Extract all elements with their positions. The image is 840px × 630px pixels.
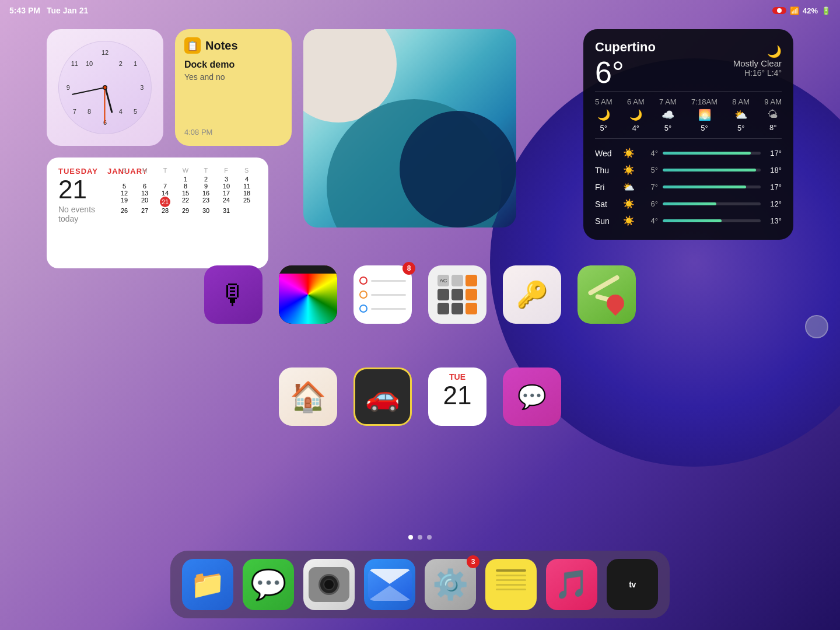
app-speakout[interactable]: 💬: [503, 368, 561, 426]
dock-app-notes[interactable]: [485, 559, 537, 610]
notes-note-title: Dock demo: [184, 60, 282, 70]
weather-temp: 6°: [595, 57, 656, 88]
podcasts-icon: 🎙: [219, 279, 247, 311]
clock-11: 11: [71, 60, 78, 67]
record-dot: [777, 8, 782, 13]
sat-bar: [663, 202, 716, 205]
cal-icon-day: 21: [443, 382, 472, 410]
app-colormeter[interactable]: [279, 265, 337, 324]
cal-grid: S M T W T F S 1234 567 891011 121314 151…: [114, 167, 257, 259]
calendar-widget[interactable]: TUESDAY JANUARY 21 No events today S M T…: [47, 158, 268, 268]
dock-app-music[interactable]: 🎵: [546, 559, 597, 610]
app-calendar-icon[interactable]: TUE 21: [428, 368, 487, 426]
weather-hour-5: 9 AM 🌤 8°: [764, 97, 782, 132]
app-home[interactable]: 🏠: [279, 368, 337, 426]
app-car-game[interactable]: 🚗: [354, 368, 412, 426]
clock-5: 5: [134, 108, 137, 115]
clock-7: 7: [73, 108, 76, 115]
notes-header: 📋 Notes: [184, 37, 282, 54]
clock-center-red: [104, 86, 107, 89]
page-dot-3[interactable]: [427, 535, 432, 540]
assistive-touch[interactable]: [805, 315, 828, 338]
files-icon: 📁: [190, 568, 225, 601]
weather-day-wed: Wed ☀️ 4° 17°: [595, 145, 782, 162]
weather-hour-2: 6 AM 🌙 4°: [627, 97, 645, 132]
apps-row-1: 🎙 8 AC: [0, 265, 840, 324]
apps-row-2: 🏠 🚗 TUE 21 💬: [0, 368, 840, 426]
fri-bar: [663, 186, 746, 188]
notes-icon: 📋: [184, 37, 201, 54]
dock-app-camera[interactable]: [303, 559, 355, 610]
app-passwords[interactable]: 🔑: [503, 265, 561, 324]
clock-12: 12: [102, 49, 108, 56]
music-icon: 🎵: [554, 568, 589, 601]
cal-week-1: 1234: [114, 176, 257, 183]
app-podcasts[interactable]: 🎙: [204, 265, 262, 324]
weather-hour-4: 8 AM ⛅ 5°: [732, 97, 750, 132]
weather-condition: Mostly Clear: [733, 58, 782, 68]
car-icon: 🚗: [365, 380, 400, 413]
speakout-icon: 💬: [517, 383, 547, 411]
cal-week-3: 121314 15161718: [114, 190, 257, 197]
page-dot-2[interactable]: [418, 535, 422, 540]
dock-app-settings[interactable]: 3 ⚙️: [425, 559, 476, 610]
dock-app-mail[interactable]: [364, 559, 415, 610]
weather-city: Cupertino: [595, 40, 656, 55]
clock-4: 4: [119, 108, 123, 115]
settings-icon: ⚙️: [432, 568, 468, 601]
app-reminders[interactable]: 8: [354, 265, 412, 324]
cal-no-events: No events today: [58, 205, 105, 223]
clock-9: 9: [66, 84, 70, 91]
page-dots: [408, 535, 432, 540]
battery-percent: 42%: [803, 6, 818, 15]
clock-widget[interactable]: 12 1 3 5 6 7 9 11 2 4 8 10: [47, 29, 163, 146]
record-indicator: [772, 7, 786, 14]
status-bar: 5:43 PM Tue Jan 21 📶 42% 🔋: [0, 0, 840, 21]
status-right: 📶 42% 🔋: [772, 6, 831, 15]
camera-visual: [309, 567, 349, 602]
wallpaper-thumbnail[interactable]: [303, 29, 516, 228]
weather-moon-icon: 🌙: [733, 44, 782, 58]
thu-bar: [663, 169, 756, 172]
cal-grid-header: S M T W T F S: [114, 167, 257, 174]
battery-icon: 🔋: [821, 6, 831, 15]
clock-3: 3: [140, 84, 144, 91]
camera-lens-inner: [323, 579, 335, 590]
clock-8: 8: [88, 108, 91, 115]
cal-today: 21: [160, 197, 170, 207]
cal-date-section: TUESDAY JANUARY 21 No events today: [58, 167, 105, 259]
messages-icon: 💬: [250, 568, 286, 601]
appletv-visual: tv: [629, 580, 635, 589]
mail-flap: [368, 569, 412, 584]
status-time: 5:43 PM: [9, 6, 40, 15]
weather-hour-sunrise: 7:18AM 🌅 5°: [691, 97, 718, 132]
notes-title: Notes: [205, 39, 238, 52]
wifi-icon: 📶: [790, 6, 799, 15]
page-dot-1[interactable]: [408, 535, 413, 540]
reminders-badge: 8: [402, 262, 415, 275]
weather-hour-3: 7 AM ☁️ 5°: [659, 97, 677, 132]
camera-lens: [318, 574, 340, 595]
app-calculator[interactable]: AC: [428, 265, 487, 324]
cal-week-2: 567 891011: [114, 183, 257, 190]
clock-face: 12 1 3 5 6 7 9 11 2 4 8 10: [58, 41, 152, 134]
dock-app-appletv[interactable]: tv: [607, 559, 658, 610]
wallpaper-shape3: [400, 111, 516, 228]
cal-icon-month: TUE: [449, 372, 466, 382]
clock-2: 2: [119, 60, 123, 67]
passwords-icon: 🔑: [516, 279, 548, 310]
app-maps[interactable]: [578, 265, 636, 324]
dock-app-messages[interactable]: 💬: [243, 559, 294, 610]
weather-day-fri: Fri ⛅ 7° 17°: [595, 178, 782, 195]
notes-widget[interactable]: 📋 Notes Dock demo Yes and no 4:08 PM: [175, 29, 292, 146]
status-date: Tue Jan 21: [47, 6, 88, 15]
settings-badge: 3: [467, 555, 480, 568]
weather-hi-lo: H:16° L:4°: [733, 68, 782, 78]
weather-day-thu: Thu ☀️ 5° 18°: [595, 162, 782, 178]
dock-app-files[interactable]: 📁: [182, 559, 233, 610]
weather-left: Cupertino 6°: [595, 40, 656, 88]
weather-widget[interactable]: Cupertino 6° 🌙 Mostly Clear H:16° L:4° 5…: [583, 29, 793, 240]
notes-timestamp: 4:08 PM: [184, 128, 212, 136]
mail-visual: [368, 569, 412, 601]
weather-hour-1: 5 AM 🌙 5°: [595, 97, 612, 132]
